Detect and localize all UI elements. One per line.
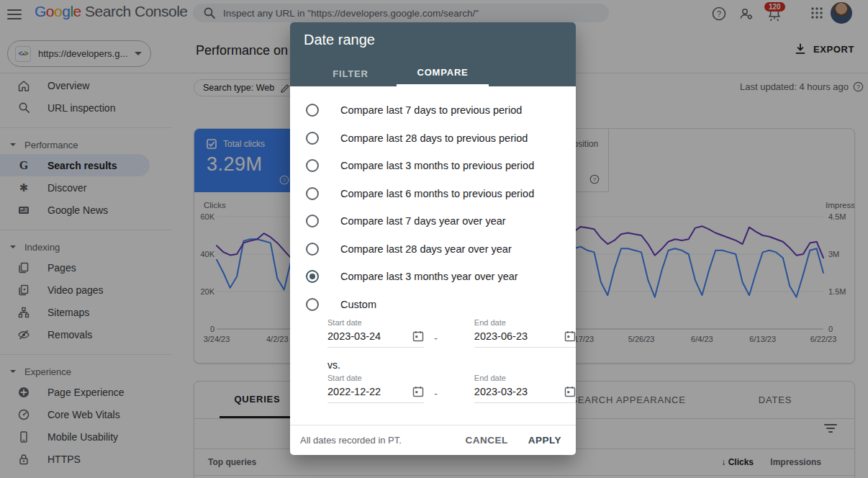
calendar-icon[interactable] bbox=[564, 386, 576, 397]
calendar-icon[interactable] bbox=[564, 330, 576, 342]
radio-unselected-icon[interactable] bbox=[306, 159, 319, 172]
compare-options-list: Compare last 7 days to previous periodCo… bbox=[290, 96, 576, 318]
radio-unselected-icon[interactable] bbox=[306, 132, 319, 145]
radio-unselected-icon[interactable] bbox=[306, 298, 319, 311]
calendar-icon[interactable] bbox=[412, 386, 424, 397]
tab-compare[interactable]: COMPARE bbox=[397, 60, 489, 86]
dialog-body: Compare last 7 days to previous periodCo… bbox=[290, 86, 576, 403]
radio-unselected-icon[interactable] bbox=[306, 187, 319, 200]
dialog-footer: All dates recorded in PT. CANCEL APPLY bbox=[290, 425, 576, 455]
end-date-label: End date bbox=[474, 374, 576, 382]
dialog-tabs: FILTER COMPARE bbox=[304, 60, 489, 86]
start-date-label: Start date bbox=[327, 318, 424, 327]
radio-option-compare-last-28-days-year-over-year[interactable]: Compare last 28 days year over year bbox=[290, 235, 576, 263]
apply-button[interactable]: APPLY bbox=[528, 435, 561, 446]
comparison-date-range: Start date 2022-12-22 - End date 2023-03… bbox=[327, 374, 576, 403]
radio-option-compare-last-7-days-to-previous-period[interactable]: Compare last 7 days to previous period bbox=[290, 96, 576, 125]
radio-unselected-icon[interactable] bbox=[306, 243, 319, 256]
radio-option-compare-last-7-days-year-over-year[interactable]: Compare last 7 days year over year bbox=[290, 207, 576, 235]
vs-label: vs. bbox=[327, 359, 576, 371]
dialog-header: Date range FILTER COMPARE bbox=[290, 22, 576, 86]
radio-selected-icon[interactable] bbox=[306, 270, 319, 283]
radio-option-custom[interactable]: Custom bbox=[290, 291, 576, 319]
radio-unselected-icon[interactable] bbox=[306, 215, 319, 227]
end-date-input[interactable]: 2023-06-23 bbox=[474, 330, 576, 348]
primary-date-range: Start date 2023-03-24 - End date 2023-06… bbox=[327, 318, 576, 348]
calendar-icon[interactable] bbox=[412, 330, 424, 342]
start-date-label: Start date bbox=[327, 374, 424, 382]
date-range-dialog: Date range FILTER COMPARE Compare last 7… bbox=[290, 22, 576, 455]
start-date-input[interactable]: 2023-03-24 bbox=[327, 330, 424, 348]
compare-start-date-input[interactable]: 2022-12-22 bbox=[327, 386, 424, 403]
cancel-button[interactable]: CANCEL bbox=[465, 435, 507, 446]
tab-filter[interactable]: FILTER bbox=[304, 60, 397, 86]
radio-option-compare-last-3-months-to-previous-period[interactable]: Compare last 3 months to previous period bbox=[290, 152, 576, 180]
radio-unselected-icon[interactable] bbox=[306, 104, 319, 117]
date-range-dash: - bbox=[424, 318, 448, 344]
dialog-title: Date range bbox=[290, 22, 576, 48]
date-range-dash: - bbox=[424, 374, 448, 400]
radio-option-compare-last-28-days-to-previous-period[interactable]: Compare last 28 days to previous period bbox=[290, 125, 576, 153]
radio-option-compare-last-6-months-to-previous-period[interactable]: Compare last 6 months to previous period bbox=[290, 180, 576, 208]
compare-end-date-input[interactable]: 2023-03-23 bbox=[474, 386, 576, 403]
end-date-label: End date bbox=[474, 318, 576, 327]
timezone-note: All dates recorded in PT. bbox=[300, 435, 465, 446]
radio-option-compare-last-3-months-year-over-year[interactable]: Compare last 3 months year over year bbox=[290, 263, 576, 291]
